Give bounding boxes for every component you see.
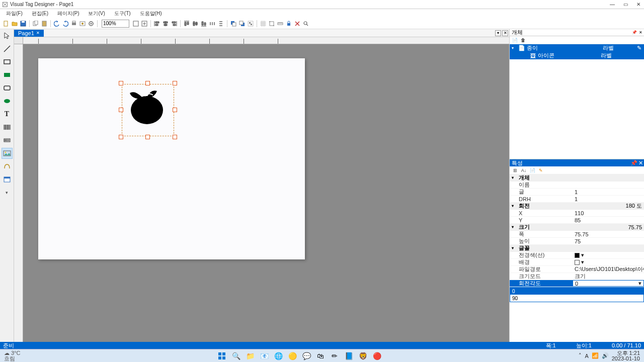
close-button[interactable]: ✕ bbox=[635, 1, 642, 8]
tree-edit-icon[interactable]: ✎ bbox=[636, 45, 642, 51]
doc-tab-close-icon[interactable]: ✕ bbox=[36, 31, 40, 35]
save-button[interactable] bbox=[19, 20, 27, 28]
handle-br[interactable] bbox=[173, 135, 177, 139]
tray-up-icon[interactable]: ˄ bbox=[579, 352, 582, 359]
designer-app[interactable]: ✏ bbox=[329, 350, 340, 361]
distribute-h-button[interactable] bbox=[208, 20, 216, 28]
shape-tool[interactable] bbox=[2, 161, 13, 172]
search-button[interactable]: 🔍 bbox=[230, 350, 242, 361]
selected-object[interactable] bbox=[119, 81, 177, 139]
props-page-icon[interactable]: 📄 bbox=[529, 167, 536, 174]
chrome-app[interactable]: 🟡 bbox=[287, 350, 298, 361]
preview-button[interactable] bbox=[78, 20, 87, 28]
menu-tools[interactable]: 도구(T) bbox=[110, 10, 135, 18]
prop-cat-size[interactable]: ▾크기75.75 bbox=[510, 224, 644, 231]
dropdown-icon[interactable]: ▾ bbox=[638, 280, 641, 287]
handle-tl[interactable] bbox=[119, 81, 123, 85]
barcode-tool[interactable] bbox=[2, 122, 13, 133]
redo-button[interactable] bbox=[61, 20, 69, 28]
prop-row-rotation[interactable]: 회전각도0▾ bbox=[510, 280, 644, 287]
maximize-button[interactable]: ▭ bbox=[622, 1, 629, 8]
prop-row-h[interactable]: 높이75 bbox=[510, 238, 644, 245]
zoom-fit-button[interactable] bbox=[132, 20, 140, 28]
image-tool[interactable] bbox=[2, 148, 13, 159]
barcode2-tool[interactable] bbox=[2, 135, 13, 146]
line-tool[interactable] bbox=[2, 43, 13, 54]
rect-fill-tool[interactable] bbox=[2, 69, 13, 80]
tree-root-row[interactable]: ▾ 📄 종이 라벨 ✎ bbox=[510, 44, 644, 52]
tray-sound-icon[interactable]: 🔊 bbox=[602, 352, 609, 359]
props-az-icon[interactable]: A↓ bbox=[520, 167, 527, 174]
store-app[interactable]: 🛍 bbox=[315, 350, 326, 361]
prop-cat-font[interactable]: ▾글꼴 bbox=[510, 245, 644, 252]
align-left-button[interactable] bbox=[153, 20, 161, 28]
text-tool[interactable]: T bbox=[2, 109, 13, 120]
zoom-in-button[interactable] bbox=[140, 20, 148, 28]
props-panel-close-icon[interactable]: ✕ bbox=[638, 160, 643, 166]
pointer-tool[interactable] bbox=[2, 30, 13, 41]
rect-tool[interactable] bbox=[2, 56, 13, 67]
menu-edit[interactable]: 편집(E) bbox=[28, 10, 52, 18]
brave-app[interactable]: 🦁 bbox=[357, 350, 368, 361]
undo-button[interactable] bbox=[53, 20, 61, 28]
prop-row-x[interactable]: X110 bbox=[510, 210, 644, 217]
handle-mr[interactable] bbox=[173, 108, 177, 112]
taskbar-weather[interactable]: ☁ 3°C 흐림 bbox=[4, 350, 20, 361]
settings-button[interactable] bbox=[87, 20, 95, 28]
handle-tm[interactable] bbox=[145, 81, 150, 85]
prop-row-sizemode[interactable]: 크기모드크기 bbox=[510, 273, 644, 280]
tray-lang[interactable]: A bbox=[585, 353, 588, 359]
dropdown-item-90[interactable]: 90 bbox=[510, 295, 643, 302]
prop-cat-object[interactable]: ▾개체 bbox=[510, 174, 644, 182]
copy-button[interactable] bbox=[32, 20, 40, 28]
group-button[interactable] bbox=[247, 20, 255, 28]
tray-wifi-icon[interactable]: 📶 bbox=[592, 352, 599, 359]
minimize-button[interactable]: — bbox=[609, 1, 616, 8]
tree-panel-close-icon[interactable]: ✕ bbox=[638, 30, 643, 35]
prop-row-name[interactable]: 이름 bbox=[510, 182, 644, 189]
dropdown-icon[interactable]: ▾ bbox=[581, 259, 584, 265]
prop-row-y[interactable]: Y85 bbox=[510, 217, 644, 224]
doc-tab-active[interactable]: Page1 ✕ bbox=[14, 30, 44, 37]
menu-page[interactable]: 페이지(P) bbox=[53, 10, 83, 18]
chat-app[interactable]: 💬 bbox=[301, 350, 312, 361]
canvas-viewport[interactable] bbox=[23, 44, 509, 342]
zoom-input[interactable] bbox=[102, 20, 129, 28]
refresh-button[interactable] bbox=[302, 20, 310, 28]
handle-ml[interactable] bbox=[119, 108, 123, 112]
props-panel-pin-icon[interactable]: 📌 bbox=[630, 160, 637, 166]
handle-bm[interactable] bbox=[145, 135, 150, 139]
align-top-button[interactable] bbox=[183, 20, 191, 28]
props-cat-icon[interactable]: ⊞ bbox=[512, 167, 519, 174]
menu-file[interactable]: 파일(F) bbox=[2, 10, 27, 18]
ruler-button[interactable] bbox=[276, 20, 284, 28]
prop-row-text[interactable]: 글1 bbox=[510, 189, 644, 196]
tree-add-icon[interactable]: 📄 bbox=[512, 37, 518, 43]
dropdown-icon[interactable]: ▾ bbox=[581, 252, 584, 258]
edge-app[interactable]: 🌐 bbox=[273, 350, 284, 361]
more-tool[interactable]: ▾ bbox=[2, 187, 13, 198]
tree-del-icon[interactable]: 🗑 bbox=[520, 37, 526, 43]
send-back-button[interactable] bbox=[238, 20, 246, 28]
dropdown-item-0[interactable]: 0 bbox=[510, 288, 643, 295]
new-button[interactable] bbox=[2, 20, 10, 28]
bring-front-button[interactable] bbox=[229, 20, 237, 28]
align-bottom-button[interactable] bbox=[200, 20, 208, 28]
prop-row-path[interactable]: 파일경로C:\Users\JO101\Desktop\아이콘.19 bbox=[510, 266, 644, 273]
snap-button[interactable] bbox=[268, 20, 276, 28]
props-edit-icon[interactable]: ✎ bbox=[537, 167, 544, 174]
distribute-v-button[interactable] bbox=[217, 20, 225, 28]
prop-row-drh[interactable]: DRH1 bbox=[510, 196, 644, 203]
roundrect-tool[interactable] bbox=[2, 82, 13, 94]
start-button[interactable] bbox=[216, 350, 227, 361]
handle-tr[interactable] bbox=[173, 81, 177, 85]
paste-button[interactable] bbox=[40, 20, 48, 28]
open-button[interactable] bbox=[11, 20, 19, 28]
prop-cat-pos[interactable]: ▾회전180 도 bbox=[510, 203, 644, 210]
menu-help[interactable]: 도움말(H) bbox=[136, 10, 166, 18]
record-app[interactable]: 🔴 bbox=[371, 350, 382, 361]
delete-button[interactable] bbox=[293, 20, 301, 28]
mail-app[interactable]: 📧 bbox=[259, 350, 270, 361]
word-app[interactable]: 📘 bbox=[343, 350, 354, 361]
prop-row-bg[interactable]: 배경▾ bbox=[510, 259, 644, 266]
